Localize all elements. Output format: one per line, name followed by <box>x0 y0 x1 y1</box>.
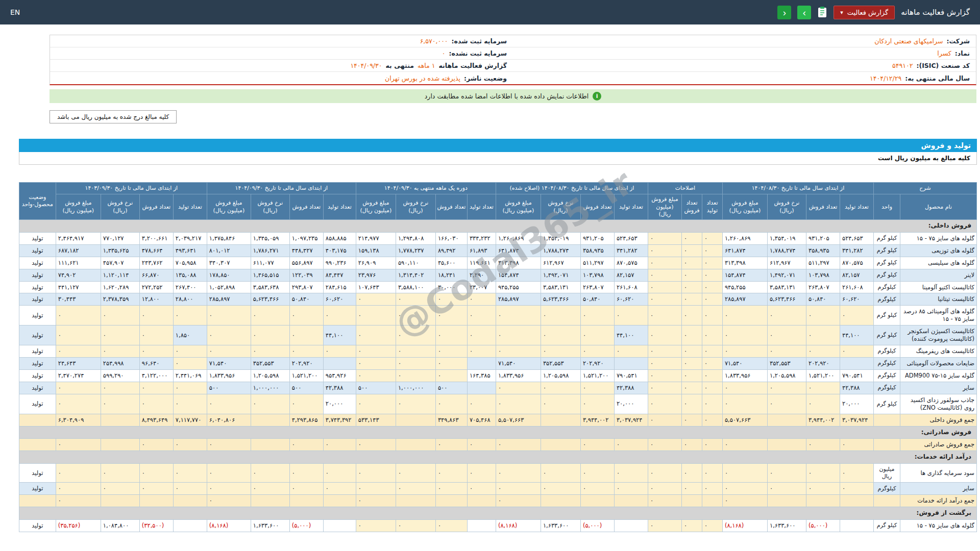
value-cell: ۰ <box>648 293 681 306</box>
unit-cell <box>873 495 900 507</box>
value-cell <box>396 439 435 451</box>
value-cell: ۰ <box>722 306 767 325</box>
value-cell: ۲۹۳,۸۰۷ <box>289 281 323 293</box>
value-cell: ۰ <box>722 345 767 358</box>
next-report-button[interactable]: › <box>797 6 811 19</box>
product-status: تولید <box>19 293 56 306</box>
unit-cell: کیلو گرم <box>873 269 900 281</box>
value-cell: ۰ <box>496 495 541 507</box>
column-header: تعداد فروش <box>139 194 173 220</box>
value-cell: ۰ <box>56 394 101 414</box>
value-cell <box>251 495 289 507</box>
value-cell <box>323 495 356 507</box>
column-header: مبلغ فروش (میلیون ریال) <box>496 194 541 220</box>
value-cell: ۱۶۴,۳۸۵ <box>467 370 496 382</box>
value-cell: ۰ <box>681 257 702 269</box>
value-cell: ۰ <box>251 463 289 483</box>
value-cell: ۳,۷۴۳,۳۹۲ <box>323 414 356 426</box>
total-row: جمع درآمد ارائه خدمات۰۰۰۰۰۰ <box>19 495 976 507</box>
company-info-right-column: شرکت: سرامیکهای صنعتی اردکان نماد: کسرا … <box>513 35 976 84</box>
value-cell: ۵۹۹,۲۹۰ <box>101 370 139 382</box>
value-cell: ۰ <box>806 439 840 451</box>
value-cell: ۴,۱۲۲,۰۰۰ <box>139 370 173 382</box>
value-cell: ۰ <box>648 244 681 257</box>
value-cell: ۰ <box>806 325 840 345</box>
language-toggle-en[interactable]: EN <box>10 8 20 16</box>
value-cell: ۰ <box>251 394 289 414</box>
product-status <box>19 439 56 451</box>
value-cell: ۰ <box>496 394 541 414</box>
issuer-status-row: وضعیت ناشر: پذیرفته شده در بورس تهران <box>50 72 513 84</box>
value-cell: ۱,۴۹۲,۰۷۱ <box>541 269 580 281</box>
value-cell: ۰ <box>139 306 173 325</box>
value-cell: ۷۱,۵۴۰ <box>496 358 541 370</box>
value-cell: (۳۵,۲۵۶) <box>56 519 101 532</box>
value-cell: ۱,۵۲۱,۲۰۰ <box>289 370 323 382</box>
value-cell <box>541 414 580 426</box>
value-cell: ۰ <box>614 306 648 325</box>
value-cell: ۱۰۳,۷۹۸ <box>806 269 840 281</box>
value-cell: ۰ <box>541 483 580 495</box>
value-cell: ۰ <box>289 483 323 495</box>
value-cell: ۸۵۸,۸۸۵ <box>323 232 356 244</box>
value-cell: ۰ <box>467 439 496 451</box>
value-cell: ۳۱۳,۳۹۸ <box>722 257 767 269</box>
value-cell: ۵۵۶,۸۹۷ <box>289 257 323 269</box>
value-cell <box>702 495 722 507</box>
value-cell: ۵۳۳,۱۴۳ <box>356 414 396 426</box>
value-cell: ۱,۸۳۳,۹۵۶ <box>722 370 767 382</box>
value-cell: ۸۴,۴۴۷ <box>323 269 356 281</box>
value-cell <box>139 495 173 507</box>
unit-cell: کیلوگرم <box>873 358 900 370</box>
value-cell: ۰ <box>435 519 467 532</box>
column-header: تعداد فروش <box>806 194 840 220</box>
value-cell: ۰ <box>496 439 541 451</box>
company-info-panel: شرکت: سرامیکهای صنعتی اردکان نماد: کسرا … <box>50 35 976 85</box>
product-name: ضایعات محصولات آلومینائی <box>900 358 977 370</box>
value-cell <box>101 495 139 507</box>
value-cell: ۸۲,۱۵۷ <box>840 269 873 281</box>
value-cell: ۱۰۷,۶۴۳ <box>356 281 396 293</box>
value-cell: (۳۲,۵۰۰) <box>139 519 173 532</box>
value-cell: ۰ <box>435 483 467 495</box>
value-cell: ۰ <box>681 463 702 483</box>
column-header: مبلغ فروش (میلیون ریال) <box>207 194 251 220</box>
value-cell: ۰ <box>648 269 681 281</box>
symbol-row: نماد: کسرا <box>513 47 976 60</box>
value-cell: ۰ <box>648 325 681 345</box>
value-cell: ۲۰۲,۹۲۰ <box>580 358 614 370</box>
value-cell: ۰ <box>580 345 614 358</box>
value-cell: ۰ <box>722 382 767 394</box>
product-name: جمع فروش داخلی <box>900 414 977 426</box>
value-cell: ۰ <box>289 439 323 451</box>
value-cell: ۰ <box>56 439 101 451</box>
value-cell: ۵۰۰ <box>356 382 396 394</box>
value-cell: ۵,۶۲۳,۴۶۶ <box>251 293 289 306</box>
section-row: درآمد ارائه خدمات: <box>19 451 976 464</box>
value-cell: ۰ <box>580 325 614 345</box>
unit-cell: کیلو گرم <box>873 306 900 325</box>
value-cell: ۰ <box>323 483 356 495</box>
value-cell: ۱,۶۲۰,۲۸۹ <box>101 281 139 293</box>
value-cell: ۱,۵۲۱,۲۰۰ <box>806 370 840 382</box>
value-cell: ۱,۰۵۲,۸۹۸ <box>207 281 251 293</box>
value-cell: ۰ <box>702 293 722 306</box>
column-header: تعداد تولید <box>173 194 207 220</box>
clipboard-icon[interactable] <box>817 6 827 18</box>
prev-report-button[interactable]: ‹ <box>777 6 791 19</box>
unit-cell: کیلوگرم <box>873 281 900 293</box>
value-cell <box>323 358 356 370</box>
value-cell: ۰ <box>173 358 207 370</box>
value-cell: ۱,۴۷۵,۸۴۶ <box>207 232 251 244</box>
report-period-prefix: گزارش فعالیت ماهانه <box>438 62 507 69</box>
product-row: گلوله های آلومینائی ۸۵ درصد سایز ۷۵ - ۱۵… <box>19 306 976 325</box>
value-cell: ۰ <box>840 463 873 483</box>
production-sales-table-wrap: @Codal365_ir شرحاز ابتدای سال مالی تا تا… <box>19 182 977 532</box>
product-name: گلوله های آلومینائی ۸۵ درصد سایز ۷۵ - ۱۵ <box>900 306 977 325</box>
value-cell: ۰ <box>580 463 614 483</box>
report-type-dropdown[interactable]: گزارش فعالیت ▾ <box>834 6 895 19</box>
value-cell: ۵۰,۸۴۰ <box>580 293 614 306</box>
value-cell: ۱۶۶,۰۳۰ <box>435 232 467 244</box>
value-cell: ۰ <box>681 483 702 495</box>
product-row: گلوله های توزیعیکیلو گرم۳۴۱,۲۸۲۳۵۸,۹۳۵۱,… <box>19 244 976 257</box>
